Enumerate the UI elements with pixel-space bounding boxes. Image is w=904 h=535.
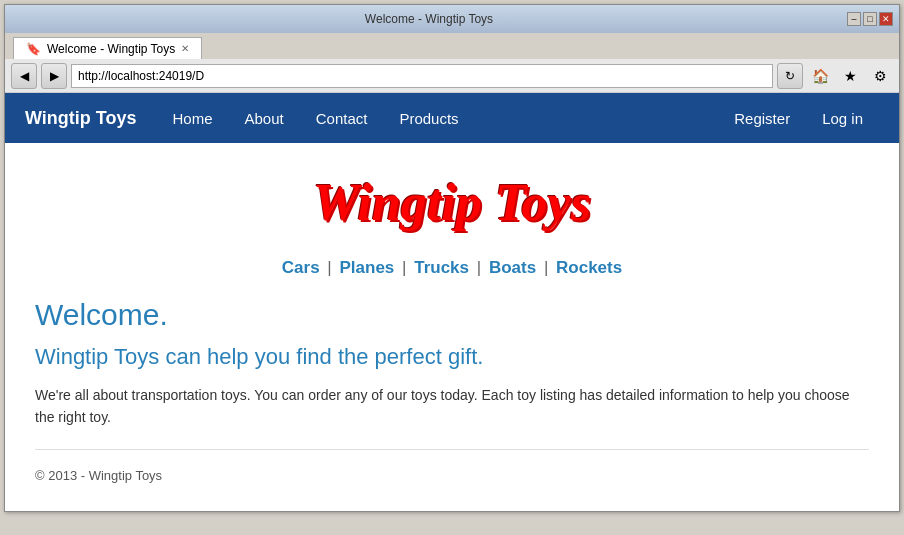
category-rockets[interactable]: Rockets bbox=[556, 258, 622, 277]
nav-right: Register Log in bbox=[718, 93, 879, 143]
sep-2: | bbox=[402, 258, 406, 277]
category-planes[interactable]: Planes bbox=[340, 258, 395, 277]
nav-products[interactable]: Products bbox=[383, 93, 474, 143]
welcome-heading: Welcome. bbox=[35, 298, 869, 332]
minimize-button[interactable]: – bbox=[847, 12, 861, 26]
forward-button[interactable]: ▶ bbox=[41, 63, 67, 89]
address-input[interactable] bbox=[71, 64, 773, 88]
footer-text: © 2013 - Wingtip Toys bbox=[35, 460, 869, 491]
site-brand[interactable]: Wingtip Toys bbox=[25, 108, 137, 129]
nav-about[interactable]: About bbox=[229, 93, 300, 143]
browser-window: Welcome - Wingtip Toys – □ ✕ 🔖 Welcome -… bbox=[4, 4, 900, 512]
category-cars[interactable]: Cars bbox=[282, 258, 320, 277]
window-controls: – □ ✕ bbox=[847, 12, 893, 26]
browser-tab[interactable]: 🔖 Welcome - Wingtip Toys ✕ bbox=[13, 37, 202, 59]
welcome-subheading: Wingtip Toys can help you find the perfe… bbox=[35, 344, 869, 370]
category-links: Cars | Planes | Trucks | Boats | Rockets bbox=[35, 258, 869, 278]
sep-1: | bbox=[327, 258, 331, 277]
nav-links: Home About Contact Products bbox=[157, 93, 719, 143]
tab-label: Welcome - Wingtip Toys bbox=[47, 42, 175, 56]
nav-login[interactable]: Log in bbox=[806, 93, 879, 143]
nav-contact[interactable]: Contact bbox=[300, 93, 384, 143]
sep-3: | bbox=[477, 258, 481, 277]
home-icon[interactable]: 🏠 bbox=[807, 63, 833, 89]
toolbar-icons: 🏠 ★ ⚙ bbox=[807, 63, 893, 89]
title-bar: Welcome - Wingtip Toys – □ ✕ bbox=[5, 5, 899, 33]
tab-bar: 🔖 Welcome - Wingtip Toys ✕ bbox=[5, 33, 899, 59]
main-content: Wingtip Toys Cars | Planes | Trucks | Bo… bbox=[5, 143, 899, 511]
favorites-icon[interactable]: ★ bbox=[837, 63, 863, 89]
category-boats[interactable]: Boats bbox=[489, 258, 536, 277]
close-button[interactable]: ✕ bbox=[879, 12, 893, 26]
nav-home[interactable]: Home bbox=[157, 93, 229, 143]
site-title: Wingtip Toys bbox=[35, 163, 869, 242]
footer-divider bbox=[35, 449, 869, 450]
window-title: Welcome - Wingtip Toys bbox=[365, 12, 493, 26]
settings-icon[interactable]: ⚙ bbox=[867, 63, 893, 89]
site-navbar: Wingtip Toys Home About Contact Products… bbox=[5, 93, 899, 143]
address-bar: ◀ ▶ ↻ 🏠 ★ ⚙ bbox=[5, 59, 899, 93]
back-button[interactable]: ◀ bbox=[11, 63, 37, 89]
refresh-button[interactable]: ↻ bbox=[777, 63, 803, 89]
sep-4: | bbox=[544, 258, 548, 277]
category-trucks[interactable]: Trucks bbox=[414, 258, 469, 277]
maximize-button[interactable]: □ bbox=[863, 12, 877, 26]
nav-register[interactable]: Register bbox=[718, 93, 806, 143]
tab-close-button[interactable]: ✕ bbox=[181, 43, 189, 54]
welcome-text: We're all about transportation toys. You… bbox=[35, 384, 869, 429]
tab-icon: 🔖 bbox=[26, 42, 41, 56]
